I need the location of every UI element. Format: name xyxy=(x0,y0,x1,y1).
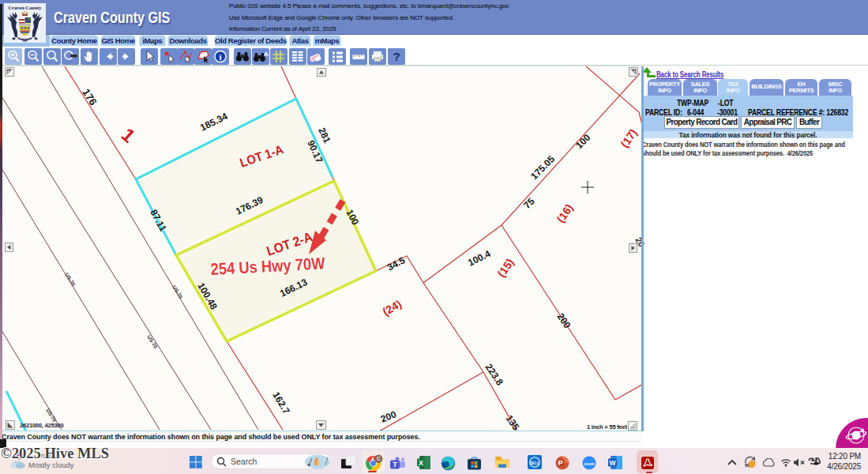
svg-text:DELL: DELL xyxy=(530,461,539,465)
svg-text:C: C xyxy=(377,456,381,462)
svg-text:X: X xyxy=(419,459,423,467)
svg-text:W: W xyxy=(609,459,616,467)
svg-text:zoom: zoom xyxy=(584,461,595,466)
svg-text:Craven County: Craven County xyxy=(9,5,43,10)
svg-text:P: P xyxy=(558,459,563,467)
svg-text:T: T xyxy=(393,461,397,468)
